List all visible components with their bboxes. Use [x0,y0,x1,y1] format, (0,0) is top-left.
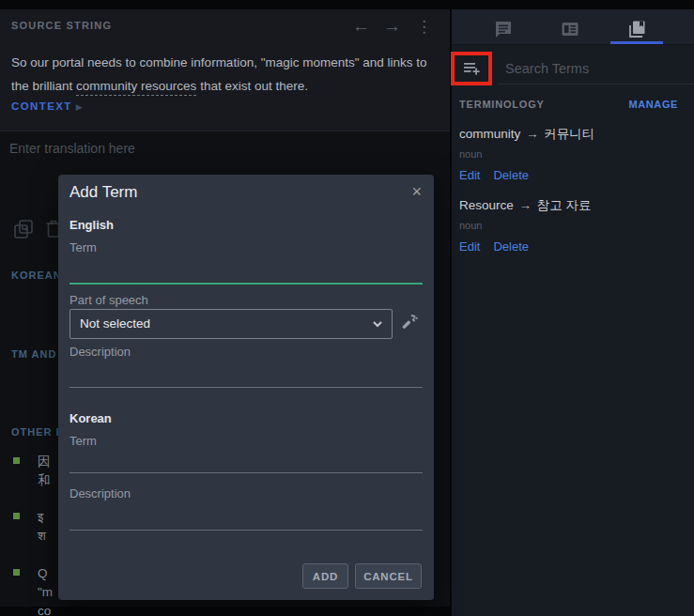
language-status-bullet [13,569,20,576]
source-string-label: SOURCE STRING [11,20,112,31]
english-section-label: English [69,218,114,232]
glossary-sidebar: TERMINOLOGY MANAGE community → 커뮤니티 noun… [452,9,694,616]
language-status-bullet [13,457,20,464]
term-pair: Resource → 참고 자료 [459,197,685,214]
magic-wand-icon [398,312,421,334]
playlist-add-icon [462,60,481,77]
close-icon[interactable]: × [411,183,422,200]
auto-detect-wand-button[interactable] [398,312,421,338]
source-string-panel: SOURCE STRING ← → ⋮ So our portal needs … [0,9,450,131]
part-of-speech-select[interactable]: Not selected [69,309,393,339]
manage-terms-link[interactable]: MANAGE [629,99,679,110]
tab-glossary-active[interactable] [616,16,657,42]
part-of-speech-value: Not selected [80,310,150,338]
english-term-underline-focused [69,283,423,285]
previous-string-icon[interactable]: ← [352,17,370,35]
source-text-line2-pre: brilliant [33,79,77,93]
edit-term-link[interactable]: Edit [459,239,480,254]
active-tab-indicator [610,41,663,44]
field-underline [69,472,423,473]
term-part-of-speech: noun [459,148,685,160]
term-pair: community → 커뮤니티 [459,126,685,143]
add-term-modal: Add Term × English Term Part of speech N… [58,175,434,600]
article-icon [561,20,579,38]
tab-context-notes[interactable] [549,16,591,42]
modal-title: Add Term [69,183,137,202]
next-string-icon[interactable]: → [383,17,401,35]
field-underline [69,530,423,531]
language-status-bullet [13,513,20,519]
terminology-section-label: TERMINOLOGY [459,99,545,110]
glossary-book-icon [627,20,646,38]
source-string-text: So our portal needs to combine informati… [11,51,439,98]
english-description-field[interactable]: Description [69,345,131,359]
add-button[interactable]: ADD [302,563,348,589]
context-arrow-icon: ▶ [76,102,84,112]
search-terms-input[interactable] [503,57,686,80]
delete-term-link[interactable]: Delete [493,168,529,182]
copy-source-icon[interactable] [13,218,34,244]
more-options-icon[interactable]: ⋮ [416,19,432,35]
sidebar-tab-bar [452,9,694,45]
korean-term-field[interactable]: Term [69,434,97,448]
source-glossary-term: community resources [76,79,196,96]
chevron-down-icon [371,317,384,331]
english-term-field[interactable]: Term [69,240,97,254]
field-underline [69,387,423,388]
arrow-right-icon: → [517,198,534,212]
add-term-button[interactable] [451,52,492,85]
edit-term-link[interactable]: Edit [459,168,480,182]
arrow-right-icon: → [524,127,541,141]
search-underline [498,84,694,85]
part-of-speech-label: Part of speech [69,293,148,307]
korean-section-label: Korean [69,411,112,425]
tab-comments[interactable] [483,16,524,42]
term-entry: community → 커뮤니티 noun Edit Delete [459,126,685,182]
source-text-line2-post: that exist out there. [196,79,308,93]
cancel-button[interactable]: CANCEL [355,563,422,589]
term-part-of-speech: noun [459,220,685,231]
comment-icon [494,20,513,38]
delete-term-link[interactable]: Delete [493,239,529,254]
korean-description-field[interactable]: Description [69,486,131,500]
term-entry: Resource → 참고 자료 noun Edit Delete [459,197,685,254]
context-link[interactable]: CONTEXT▶ [11,100,84,112]
